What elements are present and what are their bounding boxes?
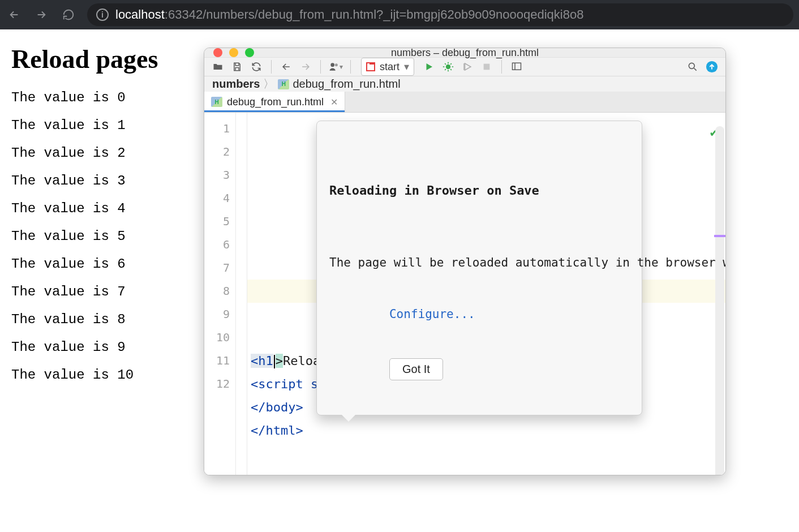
hint-popup: Reloading in Browser on Save The page wi… (316, 121, 642, 415)
html-file-icon: H (211, 97, 222, 107)
fold-gutter (236, 113, 247, 475)
save-icon[interactable] (229, 59, 245, 75)
close-tab-icon[interactable]: ✕ (330, 97, 338, 108)
file-tab-label: debug_from_run.html (227, 96, 324, 108)
svg-point-0 (330, 63, 334, 67)
minimize-window-icon[interactable] (229, 48, 238, 57)
chevron-right-icon: 〉 (263, 76, 274, 92)
forward-button[interactable] (33, 6, 50, 23)
breadcrumb-project[interactable]: numbers (212, 78, 260, 91)
html-file-icon: H (278, 79, 289, 89)
debug-button[interactable] (440, 59, 456, 75)
address-bar[interactable]: i localhost:63342/numbers/debug_from_run… (87, 3, 793, 26)
code-editor[interactable]: 123456789101112 <h1>Reload pages on save… (204, 113, 725, 475)
breadcrumb: numbers 〉 H debug_from_run.html (204, 76, 725, 92)
popup-title: Reloading in Browser on Save (329, 179, 629, 202)
layout-icon[interactable] (509, 59, 525, 75)
window-title: numbers – debug_from_run.html (391, 48, 539, 59)
reload-button[interactable] (60, 6, 77, 23)
stop-button[interactable] (479, 59, 495, 75)
nav-back-icon[interactable] (278, 59, 294, 75)
run-config-dropdown[interactable]: start ▾ (361, 58, 414, 76)
got-it-button[interactable]: Got It (389, 358, 443, 380)
coverage-icon[interactable] (459, 59, 475, 75)
svg-rect-4 (513, 63, 521, 70)
url-host: localhost (115, 7, 165, 22)
configure-link[interactable]: Configure... (389, 303, 475, 326)
editor-scrollbar[interactable] (715, 126, 724, 475)
run-config-icon (366, 62, 375, 71)
run-button[interactable] (421, 59, 437, 75)
file-tab[interactable]: H debug_from_run.html ✕ (204, 92, 345, 112)
search-icon[interactable] (685, 59, 701, 75)
editor-tabs: H debug_from_run.html ✕ (204, 92, 725, 113)
sync-icon[interactable] (248, 59, 264, 75)
titlebar[interactable]: numbers – debug_from_run.html (204, 48, 725, 58)
scrollbar-marker (714, 235, 725, 237)
svg-rect-3 (484, 64, 490, 70)
users-icon[interactable]: ▾ (328, 59, 343, 75)
back-button[interactable] (6, 6, 23, 23)
nav-forward-icon[interactable] (298, 59, 313, 75)
browser-toolbar: i localhost:63342/numbers/debug_from_run… (0, 0, 799, 29)
url-path: :63342/numbers/debug_from_run.html?_ijt=… (165, 7, 584, 22)
close-window-icon[interactable] (213, 48, 222, 57)
run-config-label: start (380, 61, 400, 73)
svg-point-1 (335, 63, 338, 66)
ide-window: numbers – debug_from_run.html ▾ start ▾ … (204, 48, 726, 475)
chevron-down-icon: ▾ (404, 61, 409, 73)
breadcrumb-file[interactable]: debug_from_run.html (293, 78, 400, 91)
svg-point-2 (446, 65, 450, 69)
main-toolbar: ▾ start ▾ (204, 58, 725, 76)
site-info-icon[interactable]: i (96, 8, 109, 21)
code-area[interactable]: <h1>Reload pages on save</h1> <script sr… (247, 113, 725, 475)
line-gutter: 123456789101112 (204, 113, 236, 475)
svg-point-5 (689, 63, 694, 68)
zoom-window-icon[interactable] (245, 48, 254, 57)
popup-body: The page will be reloaded automatically … (329, 254, 629, 271)
open-icon[interactable] (210, 59, 226, 75)
update-icon[interactable] (704, 59, 720, 75)
